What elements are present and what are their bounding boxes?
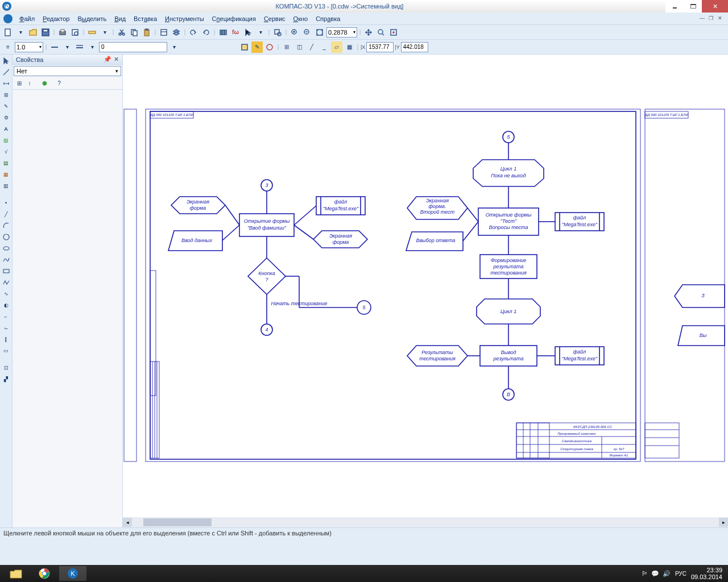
props-tb-1[interactable]: ⊞	[15, 79, 24, 88]
system-tray[interactable]: 🏳 💬 🔊	[642, 570, 671, 577]
circle-tool[interactable]	[1, 232, 11, 242]
scroll-right-arrow[interactable]: ▸	[719, 518, 728, 527]
print-button[interactable]	[57, 27, 68, 38]
menu-spec[interactable]: Спецификация	[209, 14, 259, 23]
pin-icon[interactable]: 📌	[104, 56, 111, 63]
help-pointer-button[interactable]	[242, 27, 254, 38]
report-tool[interactable]: ▥	[1, 181, 11, 191]
menu-view[interactable]: Вид	[111, 14, 129, 23]
menu-insert[interactable]: Вставка	[130, 14, 160, 23]
maximize-button[interactable]: 🗖	[684, 0, 702, 13]
props-tb-3[interactable]: ⬢	[40, 79, 49, 88]
menu-tools[interactable]: Инструменты	[162, 14, 208, 23]
arc-tool[interactable]	[1, 221, 11, 231]
grid-tool[interactable]: ⊞	[1, 90, 11, 100]
redraw-button[interactable]	[388, 27, 399, 38]
t2-snap2[interactable]: ◫	[293, 41, 305, 53]
dropdown-icon[interactable]: ▾	[99, 27, 110, 38]
zoom-fit-button[interactable]	[314, 27, 325, 38]
mdi-close-icon[interactable]: ✕	[718, 15, 725, 22]
scroll-left-arrow[interactable]: ◂	[123, 518, 132, 527]
menu-app-icon[interactable]	[3, 14, 13, 23]
t2-btn-a[interactable]	[239, 41, 250, 53]
aux-tool[interactable]: ⊡	[1, 363, 11, 373]
fillet-tool[interactable]: ⌐	[1, 311, 11, 322]
zoom-combo[interactable]: 0.2878▾	[326, 27, 357, 38]
props-filter-combo[interactable]: Нет▾	[14, 66, 121, 76]
paste-button[interactable]	[141, 27, 152, 38]
point-tool[interactable]: •	[1, 198, 11, 208]
close-button[interactable]: ✕	[702, 0, 728, 13]
offset-tool[interactable]: ‖	[1, 334, 11, 344]
ellipse-tool[interactable]	[1, 243, 11, 253]
taskbar-clock[interactable]: 23:39 09.03.2014	[691, 567, 726, 580]
edit-tool[interactable]: ✎	[1, 101, 11, 111]
zoom-window-button[interactable]	[272, 27, 283, 38]
dropdown-icon[interactable]: ▾	[86, 41, 98, 53]
cut-button[interactable]	[116, 27, 127, 38]
coord-y-input[interactable]	[401, 42, 428, 52]
props-tb-4[interactable]: ?	[55, 79, 64, 88]
spline-tool[interactable]	[1, 255, 11, 265]
dropdown-icon[interactable]: ▾	[61, 41, 73, 53]
segment-tool[interactable]: ╱	[1, 209, 11, 219]
aux2-tool[interactable]: ▞	[1, 374, 11, 384]
task-kompas[interactable]: K	[59, 566, 86, 581]
param-tool[interactable]: ⚙	[1, 113, 11, 123]
t2-linewidth[interactable]	[74, 41, 85, 53]
menu-window[interactable]: Окно	[290, 14, 312, 23]
scale-combo[interactable]: 1.0▾	[15, 42, 43, 52]
redo-button[interactable]	[200, 27, 212, 38]
t2-snap5[interactable]: ▱	[331, 41, 342, 53]
t2-icon1[interactable]: ≡	[2, 41, 14, 53]
t2-linestyle[interactable]	[49, 41, 60, 53]
chamfer-tool[interactable]: ⌙	[1, 323, 11, 333]
copy-button[interactable]	[129, 27, 140, 38]
t2-btn-c[interactable]	[264, 41, 275, 53]
tray-volume-icon[interactable]: 🔊	[663, 570, 671, 577]
minimize-button[interactable]: 🗕	[665, 0, 684, 13]
t2-snap3[interactable]: ╱	[306, 41, 317, 53]
zoom-in-button[interactable]	[289, 27, 300, 38]
spec-tool[interactable]: ▦	[1, 169, 11, 180]
tray-chat-icon[interactable]: 💬	[651, 570, 659, 577]
roughness-tool[interactable]: √	[1, 147, 11, 157]
save-button[interactable]	[40, 27, 51, 38]
tray-flag-icon[interactable]: 🏳	[642, 570, 648, 577]
collect-tool[interactable]: ▭	[1, 346, 11, 356]
menu-select[interactable]: Выделить	[74, 14, 110, 23]
menu-help[interactable]: Справка	[312, 14, 344, 23]
select-tool[interactable]	[1, 56, 11, 66]
measure-button[interactable]	[86, 27, 98, 38]
menu-file[interactable]: Файл	[16, 14, 38, 23]
rect-tool[interactable]	[1, 266, 11, 276]
dropdown-icon[interactable]: ▾	[168, 41, 180, 53]
open-button[interactable]	[27, 27, 39, 38]
coord-x-input[interactable]	[366, 42, 394, 52]
t2-snap6[interactable]: ▦	[344, 41, 355, 53]
line-tool[interactable]	[1, 67, 11, 77]
library-button[interactable]	[217, 27, 229, 38]
task-chrome[interactable]	[31, 566, 58, 581]
task-explorer[interactable]	[2, 566, 30, 581]
menu-editor[interactable]: Редактор	[39, 14, 73, 23]
pan-button[interactable]	[363, 27, 374, 38]
drawing-canvas[interactable]: .bl { stroke:#1a1aaa; stroke-width:1.6; …	[123, 55, 728, 517]
horizontal-scrollbar[interactable]: ◂ ▸	[123, 517, 728, 527]
region-tool[interactable]: ◐	[1, 300, 11, 310]
undo-button[interactable]	[188, 27, 199, 38]
scroll-thumb[interactable]	[143, 518, 212, 526]
input-language[interactable]: РУС	[675, 571, 686, 577]
layer-input[interactable]	[99, 42, 167, 52]
mdi-minimize-icon[interactable]: —	[700, 15, 706, 22]
t2-btn-b[interactable]: ✎	[251, 41, 263, 53]
new-doc-button[interactable]	[2, 27, 14, 38]
dim-tool[interactable]	[1, 78, 11, 89]
menu-service[interactable]: Сервис	[260, 14, 289, 23]
properties-button[interactable]	[158, 27, 169, 38]
layers-button[interactable]	[171, 27, 182, 38]
zoom-out-button[interactable]	[301, 27, 313, 38]
text-tool[interactable]: A	[1, 124, 11, 134]
variables-button[interactable]: fω	[230, 27, 241, 38]
props-tb-2[interactable]: ↕	[25, 79, 34, 88]
